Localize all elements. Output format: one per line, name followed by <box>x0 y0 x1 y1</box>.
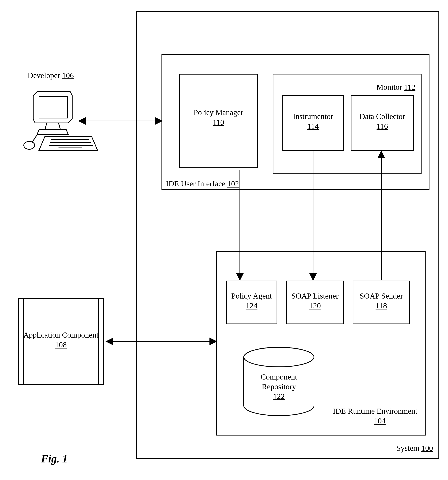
soap-sender-ref: 118 <box>376 301 387 310</box>
instrumentor-label: Instrumentor <box>293 112 333 121</box>
repository-ref: 122 <box>273 392 285 401</box>
policy-manager-label: Policy Manager <box>194 108 243 117</box>
policy-agent-label: Policy Agent <box>231 291 272 300</box>
architecture-diagram: .box { fill:none; stroke:#000; stroke-wi… <box>0 0 448 480</box>
soap-listener-label: SOAP Listener <box>291 291 339 300</box>
policy-manager-ref: 110 <box>213 118 224 127</box>
repository-label-2: Repository <box>262 382 296 391</box>
svg-point-1 <box>244 347 314 367</box>
figure-label: Fig. 1 <box>41 453 68 465</box>
svg-point-3 <box>24 141 35 149</box>
monitor-label: Monitor 112 <box>376 83 415 92</box>
svg-rect-2 <box>39 97 67 118</box>
ide-ui-box <box>162 55 429 189</box>
developer-label: Developer 106 <box>28 71 74 80</box>
data-collector-ref: 116 <box>377 122 388 131</box>
app-component-label: Application Component <box>23 331 98 339</box>
system-label: System 100 <box>396 444 433 452</box>
soap-sender-label: SOAP Sender <box>360 291 403 300</box>
app-component-ref: 108 <box>55 340 67 349</box>
data-collector-label: Data Collector <box>359 112 405 121</box>
repository-label-1: Component <box>261 373 297 381</box>
ide-ui-label: IDE User Interface 102 <box>166 179 239 188</box>
instrumentor-ref: 114 <box>307 122 319 131</box>
runtime-label: IDE Runtime Environment <box>333 407 417 416</box>
soap-listener-ref: 120 <box>309 301 321 310</box>
policy-agent-ref: 124 <box>246 301 258 310</box>
runtime-ref: 104 <box>374 416 385 425</box>
repository-cylinder <box>244 347 314 416</box>
